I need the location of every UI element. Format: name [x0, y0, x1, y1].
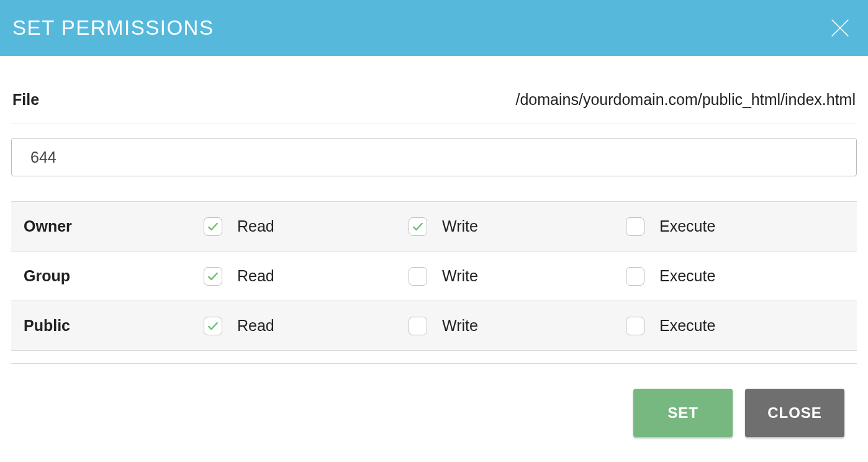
set-button[interactable]: SET	[633, 389, 733, 437]
footer: SET CLOSE	[11, 364, 857, 437]
execute-label: Execute	[659, 317, 715, 335]
public-execute-cell: Execute	[626, 317, 844, 335]
owner-write-checkbox[interactable]	[409, 217, 427, 236]
execute-label: Execute	[659, 267, 715, 285]
public-read-cell: Read	[204, 317, 409, 335]
read-label: Read	[237, 267, 274, 285]
public-write-cell: Write	[409, 317, 626, 335]
permission-row-group: GroupReadWriteExecute	[11, 251, 857, 301]
permission-row-public: PublicReadWriteExecute	[11, 301, 857, 351]
public-read-checkbox[interactable]	[204, 317, 222, 335]
role-label-owner: Owner	[24, 217, 204, 235]
permission-row-owner: OwnerReadWriteExecute	[11, 202, 857, 251]
permission-grid: OwnerReadWriteExecuteGroupReadWriteExecu…	[11, 201, 857, 351]
public-execute-checkbox[interactable]	[626, 317, 644, 335]
close-button[interactable]: CLOSE	[745, 389, 844, 437]
group-read-cell: Read	[204, 267, 409, 286]
permission-input[interactable]	[11, 138, 857, 176]
group-execute-checkbox[interactable]	[626, 267, 644, 286]
group-write-checkbox[interactable]	[409, 267, 427, 286]
modal-header: SET PERMISSIONS	[0, 0, 868, 56]
owner-read-cell: Read	[204, 217, 409, 236]
owner-execute-checkbox[interactable]	[626, 217, 644, 236]
write-label: Write	[442, 217, 478, 235]
group-read-checkbox[interactable]	[204, 267, 222, 286]
close-icon[interactable]	[827, 15, 853, 41]
owner-write-cell: Write	[409, 217, 626, 236]
read-label: Read	[237, 317, 274, 335]
group-write-cell: Write	[409, 267, 626, 286]
group-execute-cell: Execute	[626, 267, 844, 286]
file-row: File /domains/yourdomain.com/public_html…	[11, 56, 857, 124]
owner-read-checkbox[interactable]	[204, 217, 222, 236]
read-label: Read	[237, 217, 274, 235]
file-label: File	[12, 91, 39, 109]
write-label: Write	[442, 317, 478, 335]
role-label-public: Public	[24, 317, 204, 335]
file-path: /domains/yourdomain.com/public_html/inde…	[516, 91, 856, 109]
role-label-group: Group	[24, 267, 204, 285]
owner-execute-cell: Execute	[626, 217, 844, 236]
write-label: Write	[442, 267, 478, 285]
public-write-checkbox[interactable]	[409, 317, 427, 335]
modal-title: SET PERMISSIONS	[12, 16, 214, 40]
execute-label: Execute	[659, 217, 715, 235]
